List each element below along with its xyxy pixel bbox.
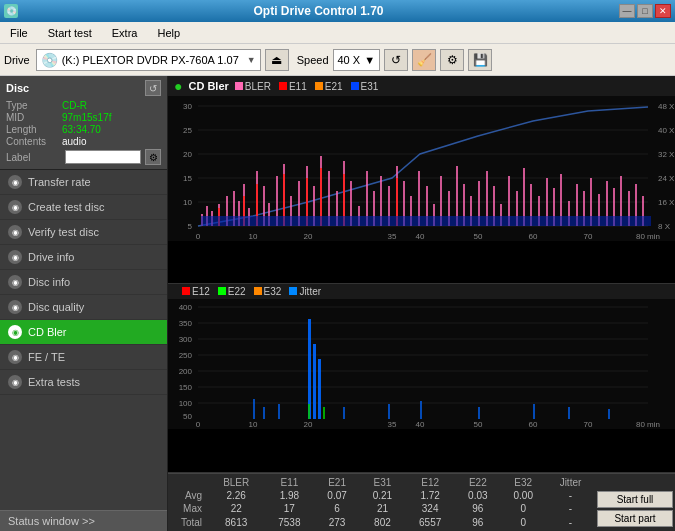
disc-refresh-button[interactable]: ↺: [145, 80, 161, 96]
disc-label-edit-button[interactable]: ⚙: [145, 149, 161, 165]
fe-te-icon: ◉: [8, 350, 22, 364]
svg-rect-129: [388, 404, 390, 419]
svg-text:0: 0: [196, 420, 201, 429]
menu-bar: File Start test Extra Help: [0, 22, 675, 44]
svg-text:32 X: 32 X: [658, 150, 675, 159]
legend2-e22: E22: [218, 286, 246, 297]
svg-text:15: 15: [183, 174, 192, 183]
svg-rect-130: [420, 401, 422, 419]
col-header-empty: [168, 476, 208, 489]
svg-text:100: 100: [179, 399, 193, 408]
svg-text:250: 250: [179, 351, 193, 360]
save-button[interactable]: 💾: [468, 49, 492, 71]
sidebar-item-disc-info[interactable]: ◉ Disc info: [0, 270, 167, 295]
legend2-e32: E32: [254, 286, 282, 297]
sidebar-item-extra-tests[interactable]: ◉ Extra tests: [0, 370, 167, 395]
legend2-jitter-dot: [289, 287, 297, 295]
sidebar-item-drive-info-label: Drive info: [28, 251, 74, 263]
legend2-e32-label: E32: [264, 286, 282, 297]
minimize-button[interactable]: —: [619, 4, 635, 18]
maximize-button[interactable]: □: [637, 4, 653, 18]
speed-select[interactable]: 40 X ▼: [333, 49, 381, 71]
speed-dropdown-arrow: ▼: [364, 54, 375, 66]
sidebar-item-drive-info[interactable]: ◉ Drive info: [0, 245, 167, 270]
legend2-jitter: Jitter: [289, 286, 321, 297]
chart2-container: E12 E22 E32 Jitter: [168, 284, 675, 473]
charts-area: ● CD Bler BLER E11 E21: [168, 76, 675, 473]
svg-rect-135: [308, 404, 310, 419]
drive-icon: 💿: [41, 52, 58, 68]
menu-help[interactable]: Help: [151, 25, 186, 41]
sidebar-item-transfer-rate-label: Transfer rate: [28, 176, 91, 188]
svg-text:30: 30: [183, 102, 192, 111]
disc-label-input[interactable]: [65, 150, 141, 164]
extra-tests-icon: ◉: [8, 375, 22, 389]
svg-text:10: 10: [183, 198, 192, 207]
col-header-e22: E22: [455, 476, 500, 489]
sidebar-item-disc-info-label: Disc info: [28, 276, 70, 288]
drive-dropdown-arrow: ▼: [247, 55, 256, 65]
row-avg-e22: 0.03: [455, 489, 500, 502]
sidebar-item-create-test-disc[interactable]: ◉ Create test disc: [0, 195, 167, 220]
svg-text:40 X: 40 X: [658, 126, 675, 135]
svg-text:20: 20: [183, 150, 192, 159]
data-table-area: BLER E11 E21 E31 E12 E22 E32 Jitter Avg: [168, 473, 675, 531]
sidebar-item-verify-test-disc-label: Verify test disc: [28, 226, 99, 238]
sidebar-item-verify-test-disc[interactable]: ◉ Verify test disc: [0, 220, 167, 245]
legend2-e32-dot: [254, 287, 262, 295]
verify-test-disc-icon: ◉: [8, 225, 22, 239]
legend-e31-label: E31: [361, 81, 379, 92]
row-avg-e11: 1.98: [264, 489, 314, 502]
menu-file[interactable]: File: [4, 25, 34, 41]
chart1-svg: 30 25 20 15 10 5 48 X 40 X 32 X 24 X 16 …: [168, 96, 675, 241]
row-max-bler: 22: [208, 502, 264, 515]
menu-extra[interactable]: Extra: [106, 25, 144, 41]
row-max-jitter: -: [546, 502, 595, 515]
disc-type-label: Type: [6, 100, 62, 111]
svg-text:50: 50: [183, 412, 192, 421]
chart2-title-bar: E12 E22 E32 Jitter: [168, 284, 675, 299]
col-header-actions: [595, 476, 675, 489]
row-avg-e32: 0.00: [501, 489, 546, 502]
drive-select[interactable]: 💿 (K:) PLEXTOR DVDR PX-760A 1.07 ▼: [36, 49, 261, 71]
start-part-button[interactable]: Start part: [597, 510, 673, 527]
svg-text:10: 10: [249, 420, 258, 429]
row-max-e11: 17: [264, 502, 314, 515]
data-table: BLER E11 E21 E31 E12 E22 E32 Jitter Avg: [168, 476, 675, 529]
legend-e31: E31: [351, 81, 379, 92]
settings-button[interactable]: ⚙: [440, 49, 464, 71]
svg-rect-124: [318, 359, 321, 419]
sidebar-item-fe-te[interactable]: ◉ FE / TE: [0, 345, 167, 370]
legend2-e12: E12: [182, 286, 210, 297]
refresh-button[interactable]: ↺: [384, 49, 408, 71]
status-window-button[interactable]: Status window >>: [0, 510, 167, 531]
svg-text:0: 0: [196, 232, 201, 241]
clear-button[interactable]: 🧹: [412, 49, 436, 71]
title-bar: 💿 Opti Drive Control 1.70 — □ ✕: [0, 0, 675, 22]
svg-text:400: 400: [179, 303, 193, 312]
sidebar-item-transfer-rate[interactable]: ◉ Transfer rate: [0, 170, 167, 195]
legend-e21: E21: [315, 81, 343, 92]
sidebar-item-disc-quality[interactable]: ◉ Disc quality: [0, 295, 167, 320]
svg-text:50: 50: [474, 420, 483, 429]
eject-button[interactable]: ⏏: [265, 49, 289, 71]
start-full-button[interactable]: Start full: [597, 491, 673, 508]
svg-rect-136: [323, 407, 325, 419]
sidebar-item-cd-bler[interactable]: ◉ CD Bler: [0, 320, 167, 345]
disc-mid-value: 97m15s17f: [62, 112, 111, 123]
legend-e31-dot: [351, 82, 359, 90]
col-header-e32: E32: [501, 476, 546, 489]
legend2-e22-dot: [218, 287, 226, 295]
row-max-e32: 0: [501, 502, 546, 515]
row-total-e32: 0: [501, 516, 546, 529]
svg-text:150: 150: [179, 383, 193, 392]
menu-start-test[interactable]: Start test: [42, 25, 98, 41]
svg-text:8 X: 8 X: [658, 222, 671, 231]
disc-section-title: Disc: [6, 82, 29, 94]
close-button[interactable]: ✕: [655, 4, 671, 18]
disc-length-label: Length: [6, 124, 62, 135]
svg-rect-128: [343, 407, 345, 419]
window-title: Opti Drive Control 1.70: [18, 4, 619, 18]
disc-length-value: 63:34.70: [62, 124, 101, 135]
col-header-e11: E11: [264, 476, 314, 489]
